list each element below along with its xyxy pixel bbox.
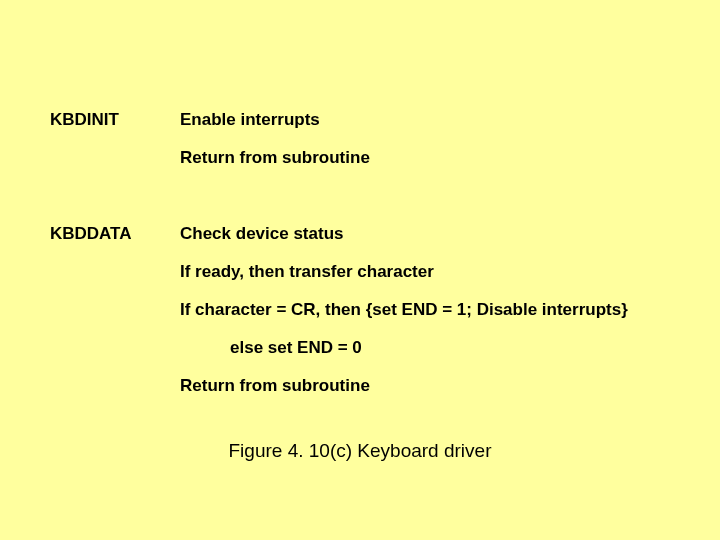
code-line: If ready, then transfer character [180,262,690,282]
code-line: Return from subroutine [180,376,690,396]
spacer [50,204,690,224]
routine-kbddata: KBDDATA Check device status If ready, th… [50,224,690,414]
routine-label: KBDDATA [50,224,180,414]
routine-label: KBDINIT [50,110,180,186]
code-line: If character = CR, then {set END = 1; Di… [180,300,690,320]
routine-body: Check device status If ready, then trans… [180,224,690,414]
routine-body: Enable interrupts Return from subroutine [180,110,690,186]
pseudocode-block: KBDINIT Enable interrupts Return from su… [50,110,690,432]
code-line: Enable interrupts [180,110,690,130]
code-line: Check device status [180,224,690,244]
code-line: else set END = 0 [180,338,690,358]
routine-kbdinit: KBDINIT Enable interrupts Return from su… [50,110,690,186]
figure-caption: Figure 4. 10(c) Keyboard driver [0,440,720,462]
code-line: Return from subroutine [180,148,690,168]
